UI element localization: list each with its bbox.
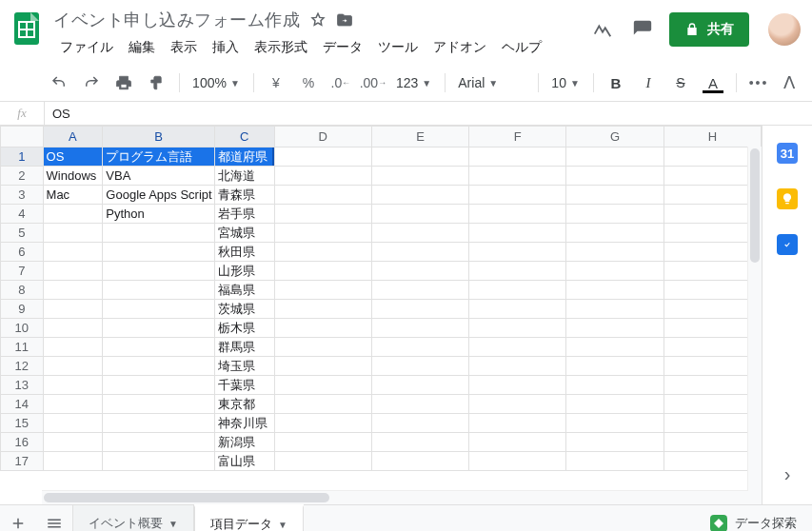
cell-B6[interactable] <box>103 243 214 262</box>
menu-挿入[interactable]: 挿入 <box>206 35 246 60</box>
cell-A3[interactable]: Mac <box>43 186 103 205</box>
cell-A1[interactable]: OS <box>43 148 103 167</box>
formula-input[interactable]: OS <box>45 107 78 121</box>
cell-G12[interactable] <box>566 357 663 376</box>
col-header-D[interactable]: D <box>274 127 371 148</box>
sheet-tab-項目データ[interactable]: 項目データ▼ <box>194 505 304 531</box>
format-currency-button[interactable]: ¥ <box>261 70 291 95</box>
cell-D13[interactable] <box>274 376 371 395</box>
row-header-12[interactable]: 12 <box>1 357 44 376</box>
col-header-F[interactable]: F <box>469 127 566 148</box>
cell-G2[interactable] <box>566 167 663 186</box>
cell-A16[interactable] <box>43 433 103 452</box>
tasks-addon-icon[interactable] <box>777 234 798 255</box>
cell-F11[interactable] <box>469 338 566 357</box>
font-size-combo[interactable]: 10▼ <box>545 70 584 95</box>
cell-F14[interactable] <box>469 395 566 414</box>
cell-D15[interactable] <box>274 414 371 433</box>
cell-F3[interactable] <box>469 186 566 205</box>
cell-B5[interactable] <box>103 224 214 243</box>
cell-D3[interactable] <box>274 186 371 205</box>
cell-G10[interactable] <box>566 319 663 338</box>
undo-button[interactable] <box>44 70 74 95</box>
cell-F10[interactable] <box>469 319 566 338</box>
cell-A11[interactable] <box>43 338 103 357</box>
cell-F9[interactable] <box>469 300 566 319</box>
col-header-G[interactable]: G <box>566 127 663 148</box>
cell-F4[interactable] <box>469 205 566 224</box>
row-header-2[interactable]: 2 <box>1 167 44 186</box>
cell-C16[interactable]: 新潟県 <box>214 433 274 452</box>
text-color-button[interactable]: A <box>698 70 728 95</box>
cell-D5[interactable] <box>274 224 371 243</box>
cell-A6[interactable] <box>43 243 103 262</box>
cell-G5[interactable] <box>566 224 663 243</box>
vertical-scrollbar[interactable] <box>747 147 762 504</box>
menu-表示[interactable]: 表示 <box>164 35 204 60</box>
row-header-4[interactable]: 4 <box>1 205 44 224</box>
cell-G17[interactable] <box>566 452 663 471</box>
menu-データ[interactable]: データ <box>316 35 369 60</box>
cell-E17[interactable] <box>371 452 468 471</box>
row-header-5[interactable]: 5 <box>1 224 44 243</box>
row-header-8[interactable]: 8 <box>1 281 44 300</box>
cell-B16[interactable] <box>103 433 214 452</box>
cell-F1[interactable] <box>469 148 566 167</box>
spreadsheet-grid[interactable]: ABCDEFGH 1OSプログラム言語都道府県2WindowsVBA北海道3Ma… <box>0 126 762 504</box>
cell-G16[interactable] <box>566 433 663 452</box>
cell-E6[interactable] <box>371 243 468 262</box>
account-avatar[interactable] <box>768 13 801 46</box>
cell-A9[interactable] <box>43 300 103 319</box>
cell-D7[interactable] <box>274 262 371 281</box>
cell-E7[interactable] <box>371 262 468 281</box>
cell-E11[interactable] <box>371 338 468 357</box>
cell-C4[interactable]: 岩手県 <box>214 205 274 224</box>
cell-D1[interactable] <box>274 148 371 167</box>
menu-表示形式[interactable]: 表示形式 <box>248 35 314 60</box>
col-header-H[interactable]: H <box>663 127 761 148</box>
menu-編集[interactable]: 編集 <box>122 35 162 60</box>
cell-C9[interactable]: 茨城県 <box>214 300 274 319</box>
cell-B14[interactable] <box>103 395 214 414</box>
cell-D4[interactable] <box>274 205 371 224</box>
cell-A10[interactable] <box>43 319 103 338</box>
row-header-17[interactable]: 17 <box>1 452 44 471</box>
col-header-A[interactable]: A <box>43 127 103 148</box>
cell-G8[interactable] <box>566 281 663 300</box>
cell-E9[interactable] <box>371 300 468 319</box>
cell-F13[interactable] <box>469 376 566 395</box>
cell-D9[interactable] <box>274 300 371 319</box>
cell-G4[interactable] <box>566 205 663 224</box>
cell-D17[interactable] <box>274 452 371 471</box>
select-all-corner[interactable] <box>1 127 44 148</box>
star-icon[interactable] <box>309 11 327 29</box>
decrease-decimal-button[interactable]: .0← <box>326 70 356 95</box>
cell-B4[interactable]: Python <box>103 205 214 224</box>
cell-F7[interactable] <box>469 262 566 281</box>
col-header-C[interactable]: C <box>214 127 274 148</box>
cell-E13[interactable] <box>371 376 468 395</box>
cell-E5[interactable] <box>371 224 468 243</box>
cell-G9[interactable] <box>566 300 663 319</box>
row-header-6[interactable]: 6 <box>1 243 44 262</box>
row-header-14[interactable]: 14 <box>1 395 44 414</box>
menu-ファイル[interactable]: ファイル <box>53 35 120 60</box>
cell-B8[interactable] <box>103 281 214 300</box>
cell-B13[interactable] <box>103 376 214 395</box>
cell-G13[interactable] <box>566 376 663 395</box>
cell-A7[interactable] <box>43 262 103 281</box>
font-family-combo[interactable]: Arial▼ <box>452 70 530 95</box>
cell-G14[interactable] <box>566 395 663 414</box>
cell-D6[interactable] <box>274 243 371 262</box>
cell-D12[interactable] <box>274 357 371 376</box>
cell-G15[interactable] <box>566 414 663 433</box>
cell-E4[interactable] <box>371 205 468 224</box>
cell-A15[interactable] <box>43 414 103 433</box>
cell-B9[interactable] <box>103 300 214 319</box>
cell-A4[interactable] <box>43 205 103 224</box>
cell-E10[interactable] <box>371 319 468 338</box>
cell-C2[interactable]: 北海道 <box>214 167 274 186</box>
increase-decimal-button[interactable]: .00→ <box>358 70 388 95</box>
cell-A13[interactable] <box>43 376 103 395</box>
cell-B3[interactable]: Google Apps Script <box>103 186 214 205</box>
